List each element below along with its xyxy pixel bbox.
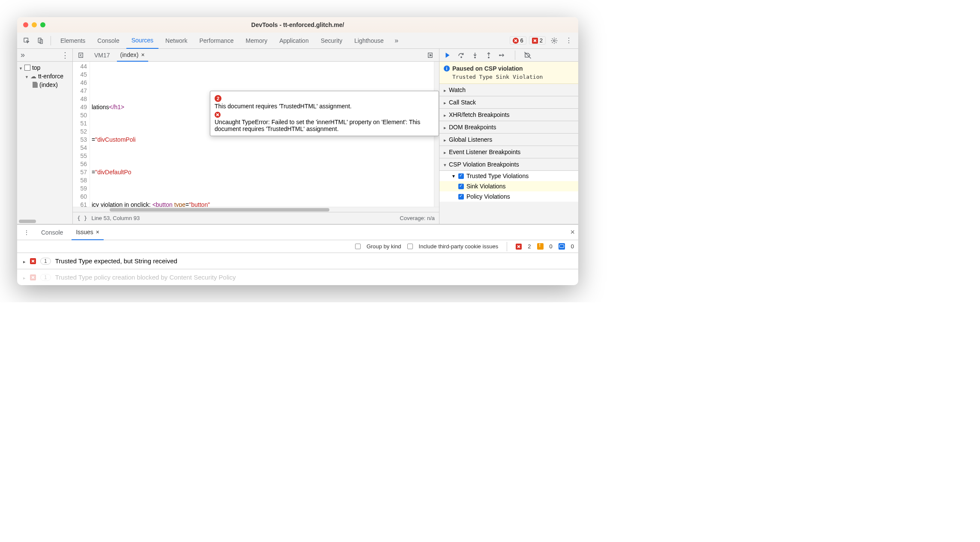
checkbox-unchecked-icon[interactable] bbox=[407, 244, 413, 249]
navigator-more-left-icon[interactable]: » bbox=[21, 51, 25, 60]
separator bbox=[51, 36, 51, 45]
error-counter[interactable]: 6 bbox=[510, 36, 526, 45]
editor: VM17 (index)× 44454647484950515253545556… bbox=[73, 49, 439, 224]
error-icon bbox=[516, 244, 522, 250]
window-title: DevTools - tt-enforced.glitch.me/ bbox=[17, 21, 578, 28]
checkbox-checked-icon[interactable] bbox=[458, 184, 464, 189]
step-over-icon[interactable] bbox=[457, 51, 465, 59]
error-tooltip: 2 This document requires 'TrustedHTML' a… bbox=[210, 91, 439, 136]
svg-point-9 bbox=[499, 54, 500, 55]
issue-row-1[interactable]: 1 Trusted Type expected, but String rece… bbox=[17, 253, 578, 269]
warning-icon bbox=[537, 243, 544, 250]
error-icon bbox=[513, 38, 519, 44]
tab-elements[interactable]: Elements bbox=[55, 33, 90, 49]
csp-trusted-type[interactable]: ▼Trusted Type Violations bbox=[439, 171, 578, 181]
kebab-menu-icon[interactable]: ⋮ bbox=[563, 35, 575, 47]
navigator-sidebar: » ⋮ top tt-enforce (index) bbox=[17, 49, 73, 224]
file-icon bbox=[33, 82, 38, 88]
issues-counter[interactable]: 2 bbox=[529, 36, 546, 45]
section-xhr[interactable]: XHR/fetch Breakpoints bbox=[439, 109, 578, 121]
tree-file-index[interactable]: (index) bbox=[17, 80, 72, 89]
editor-tab-index[interactable]: (index)× bbox=[117, 49, 148, 62]
debugger-controls bbox=[439, 49, 578, 62]
error-icon bbox=[30, 258, 36, 264]
editor-hscrollbar[interactable] bbox=[73, 207, 439, 212]
error-icon bbox=[30, 274, 36, 280]
editor-tab-vm[interactable]: VM17 bbox=[91, 49, 114, 62]
editor-statusbar: { } Line 53, Column 93 Coverage: n/a bbox=[73, 212, 439, 224]
section-csp[interactable]: CSP Violation Breakpoints bbox=[439, 158, 578, 171]
close-tab-icon[interactable]: × bbox=[141, 51, 144, 58]
drawer-tabs: ⋮ Console Issues× × bbox=[17, 225, 578, 240]
file-tree: top tt-enforce (index) bbox=[17, 62, 72, 219]
tab-lighthouse[interactable]: Lighthouse bbox=[349, 33, 389, 49]
tree-top[interactable]: top bbox=[17, 63, 72, 72]
nav-scrollbar[interactable] bbox=[19, 220, 36, 223]
section-global[interactable]: Global Listeners bbox=[439, 134, 578, 146]
close-tab-icon[interactable]: × bbox=[96, 229, 99, 235]
tab-network[interactable]: Network bbox=[160, 33, 192, 49]
tab-memory[interactable]: Memory bbox=[241, 33, 273, 49]
csp-sink-violations[interactable]: Sink Violations bbox=[439, 181, 578, 191]
navigator-menu-icon[interactable]: ⋮ bbox=[61, 51, 69, 60]
expand-icon bbox=[19, 64, 23, 71]
line-gutter: 44454647484950515253545556575859606162 bbox=[73, 62, 90, 207]
checkbox-unchecked-icon[interactable] bbox=[355, 244, 361, 249]
expand-icon bbox=[25, 73, 29, 80]
step-into-icon[interactable] bbox=[471, 51, 479, 59]
editor-tabs: VM17 (index)× bbox=[73, 49, 439, 62]
tree-frame[interactable]: tt-enforce bbox=[17, 72, 72, 80]
issues-icon bbox=[532, 38, 538, 44]
debugger-sidebar: iPaused on CSP violation Trusted Type Si… bbox=[439, 49, 578, 224]
pretty-print-icon[interactable]: { } bbox=[77, 215, 87, 221]
run-snippet-icon[interactable] bbox=[424, 49, 436, 61]
tab-console[interactable]: Console bbox=[92, 33, 124, 49]
svg-point-3 bbox=[553, 40, 555, 42]
section-dom[interactable]: DOM Breakpoints bbox=[439, 121, 578, 134]
svg-point-6 bbox=[461, 57, 462, 57]
sources-panel: » ⋮ top tt-enforce (index) VM17 (index)×… bbox=[17, 49, 578, 224]
inspect-icon[interactable] bbox=[21, 35, 33, 47]
more-tabs-icon[interactable]: » bbox=[391, 35, 403, 47]
code-editor[interactable]: 44454647484950515253545556575859606162 l… bbox=[73, 62, 439, 207]
tab-performance[interactable]: Performance bbox=[194, 33, 239, 49]
drawer: ⋮ Console Issues× × Group by kind Includ… bbox=[17, 224, 578, 285]
checkbox-checked-icon[interactable] bbox=[458, 194, 464, 200]
page-icon bbox=[24, 65, 30, 71]
csp-items: ▼Trusted Type Violations Sink Violations… bbox=[439, 171, 578, 202]
tooltip-message-1: This document requires 'TrustedHTML' ass… bbox=[215, 103, 434, 110]
device-icon[interactable] bbox=[34, 35, 46, 47]
nav-back-icon[interactable] bbox=[75, 49, 87, 61]
drawer-menu-icon[interactable]: ⋮ bbox=[21, 226, 33, 238]
navigator-header: » ⋮ bbox=[17, 49, 72, 62]
checkbox-checked-icon[interactable] bbox=[458, 173, 464, 179]
close-drawer-icon[interactable]: × bbox=[570, 228, 575, 237]
step-icon[interactable] bbox=[499, 51, 506, 59]
section-callstack[interactable]: Call Stack bbox=[439, 96, 578, 109]
settings-icon[interactable] bbox=[548, 35, 560, 47]
csp-policy-violations[interactable]: Policy Violations bbox=[439, 191, 578, 202]
cloud-icon bbox=[30, 73, 36, 80]
resume-icon[interactable] bbox=[444, 51, 451, 59]
section-watch[interactable]: Watch bbox=[439, 84, 578, 96]
cursor-position: Line 53, Column 93 bbox=[91, 215, 140, 221]
main-tabbar: Elements Console Sources Network Perform… bbox=[17, 33, 578, 49]
expand-icon bbox=[23, 257, 26, 265]
svg-rect-4 bbox=[79, 53, 83, 57]
issue-row-2[interactable]: 1 Trusted Type policy creation blocked b… bbox=[17, 269, 578, 285]
issue-text: Trusted Type policy creation blocked by … bbox=[55, 274, 236, 281]
tab-application[interactable]: Application bbox=[274, 33, 314, 49]
tooltip-message-2: Uncaught TypeError: Failed to set the 'i… bbox=[215, 119, 434, 132]
section-event[interactable]: Event Listener Breakpoints bbox=[439, 146, 578, 158]
deactivate-breakpoints-icon[interactable] bbox=[524, 51, 532, 59]
issue-text: Trusted Type expected, but String receiv… bbox=[55, 257, 177, 265]
tab-security[interactable]: Security bbox=[316, 33, 348, 49]
tab-sources[interactable]: Sources bbox=[126, 33, 158, 49]
drawer-tab-issues[interactable]: Issues× bbox=[72, 225, 104, 240]
group-by-kind-label[interactable]: Group by kind bbox=[367, 243, 401, 250]
include-thirdparty-label[interactable]: Include third-party cookie issues bbox=[419, 243, 499, 250]
drawer-tab-console[interactable]: Console bbox=[37, 225, 67, 240]
issue-count: 1 bbox=[40, 274, 51, 281]
message-icon bbox=[559, 243, 565, 250]
step-out-icon[interactable] bbox=[485, 51, 493, 59]
